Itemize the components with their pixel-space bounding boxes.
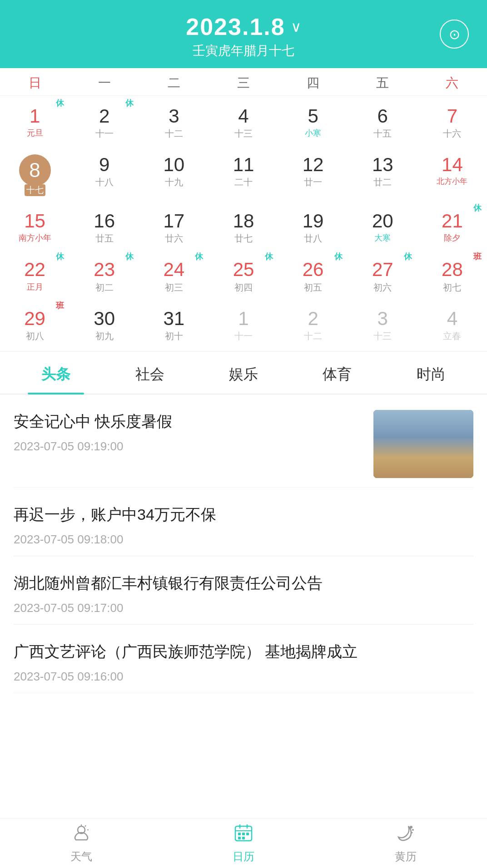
tab-shishang[interactable]: 时尚 bbox=[384, 352, 478, 394]
cal-day-14[interactable]: 14 北方小年 bbox=[417, 144, 487, 201]
day-lunar: 廿八 bbox=[304, 232, 322, 245]
day-number: 10 bbox=[163, 154, 184, 175]
cal-day-next-4[interactable]: 4 立春 bbox=[417, 298, 487, 347]
day-lunar: 廿五 bbox=[95, 232, 114, 245]
day-number: 20 bbox=[372, 211, 393, 232]
svg-point-3 bbox=[403, 431, 416, 448]
svg-point-5 bbox=[440, 430, 452, 446]
today-button[interactable]: ⊙ bbox=[440, 20, 469, 49]
day-number: 8 bbox=[19, 154, 51, 186]
tab-shehui[interactable]: 社会 bbox=[103, 352, 196, 394]
cal-day-8-today[interactable]: 8 十七 bbox=[0, 144, 70, 201]
holiday-badge: 休 bbox=[125, 98, 134, 108]
day-number: 12 bbox=[303, 154, 324, 175]
svg-point-23 bbox=[412, 832, 413, 833]
news-item-2[interactable]: 再迟一步，账户中34万元不保 2023-07-05 09:18:00 bbox=[14, 488, 473, 556]
cal-day-29[interactable]: 班 29 初八 bbox=[0, 298, 70, 347]
cal-day-16[interactable]: 16 廿五 bbox=[70, 201, 139, 249]
cal-day-15[interactable]: 15 南方小年 bbox=[0, 201, 70, 249]
day-lunar: 大寒 bbox=[374, 232, 391, 243]
svg-point-2 bbox=[385, 434, 398, 450]
cal-day-9[interactable]: 9 十八 bbox=[70, 144, 139, 201]
cal-day-4[interactable]: 4 十三 bbox=[209, 96, 278, 144]
cal-day-27[interactable]: 休 27 初六 bbox=[348, 249, 417, 298]
cal-day-31[interactable]: 31 初十 bbox=[139, 298, 209, 347]
holiday-badge: 休 bbox=[56, 98, 64, 108]
news-tabs: 头条 社会 娱乐 体育 时尚 bbox=[0, 352, 487, 395]
cal-day-30[interactable]: 30 初九 bbox=[70, 298, 139, 347]
cal-day-19[interactable]: 19 廿八 bbox=[278, 201, 348, 249]
nav-almanac-label: 黄历 bbox=[395, 849, 417, 864]
cal-day-5[interactable]: 5 小寒 bbox=[278, 96, 348, 144]
day-number: 24 bbox=[163, 259, 184, 280]
tab-toutiao[interactable]: 头条 bbox=[9, 352, 103, 394]
cal-day-1[interactable]: 休 1 元旦 bbox=[0, 96, 70, 144]
cal-day-25[interactable]: 休 25 初四 bbox=[209, 249, 278, 298]
cal-day-24[interactable]: 休 24 初三 bbox=[139, 249, 209, 298]
day-lunar: 廿一 bbox=[304, 176, 322, 188]
svg-rect-1 bbox=[373, 446, 473, 478]
cal-day-2[interactable]: 休 2 十一 bbox=[70, 96, 139, 144]
cal-day-21[interactable]: 休 21 除夕 bbox=[417, 201, 487, 249]
day-lunar: 十六 bbox=[443, 128, 461, 140]
nav-weather[interactable]: 天气 bbox=[0, 823, 162, 864]
day-lunar: 廿二 bbox=[373, 176, 392, 188]
tab-tiyu[interactable]: 体育 bbox=[290, 352, 384, 394]
svg-rect-20 bbox=[242, 837, 245, 839]
work-badge: 班 bbox=[473, 251, 482, 262]
tab-yule[interactable]: 娱乐 bbox=[197, 352, 290, 394]
day-number: 7 bbox=[447, 106, 457, 127]
cal-day-3[interactable]: 3 十二 bbox=[139, 96, 209, 144]
cal-day-26[interactable]: 休 26 初五 bbox=[278, 249, 348, 298]
cal-day-22[interactable]: 休 22 正月 bbox=[0, 249, 70, 298]
nav-almanac[interactable]: 黄历 bbox=[325, 823, 487, 864]
svg-point-22 bbox=[412, 829, 414, 831]
cal-day-next-3[interactable]: 3 十三 bbox=[348, 298, 417, 347]
weather-icon bbox=[71, 823, 91, 847]
svg-point-4 bbox=[422, 433, 434, 449]
day-lunar: 初七 bbox=[443, 281, 461, 294]
nav-calendar[interactable]: 日历 bbox=[162, 823, 324, 864]
cal-day-11[interactable]: 11 二十 bbox=[209, 144, 278, 201]
cal-day-18[interactable]: 18 廿七 bbox=[209, 201, 278, 249]
nav-calendar-label: 日历 bbox=[233, 849, 254, 864]
moon-icon bbox=[396, 823, 416, 847]
chevron-down-icon[interactable]: ∨ bbox=[291, 18, 301, 35]
day-number: 4 bbox=[238, 106, 248, 127]
weekday-sun: 日 bbox=[0, 74, 70, 92]
cal-day-28[interactable]: 班 28 初七 bbox=[417, 249, 487, 298]
day-lunar: 除夕 bbox=[444, 232, 460, 243]
day-lunar: 南方小年 bbox=[19, 232, 51, 243]
header-date: 2023.1.8 bbox=[186, 13, 285, 40]
cal-day-7[interactable]: 7 十六 bbox=[417, 96, 487, 144]
cal-day-17[interactable]: 17 廿六 bbox=[139, 201, 209, 249]
news-title-4: 广西文艺评论（广西民族师范学院） 基地揭牌成立 bbox=[14, 640, 473, 663]
cal-day-12[interactable]: 12 廿一 bbox=[278, 144, 348, 201]
cal-day-next-2[interactable]: 2 十二 bbox=[278, 298, 348, 347]
header: 2023.1.8 ∨ 壬寅虎年腊月十七 ⊙ bbox=[0, 0, 487, 68]
day-number: 25 bbox=[233, 259, 254, 280]
day-number: 26 bbox=[303, 259, 324, 280]
day-number: 23 bbox=[94, 259, 115, 280]
cal-day-10[interactable]: 10 十九 bbox=[139, 144, 209, 201]
cal-day-next-1[interactable]: 1 十一 bbox=[209, 298, 278, 347]
cal-day-20[interactable]: 20 大寒 bbox=[348, 201, 417, 249]
news-list: 安全记心中 快乐度暑假 2023-07-05 09:19:00 bbox=[0, 395, 487, 748]
day-number: 31 bbox=[163, 308, 184, 329]
weekday-sat: 六 bbox=[417, 74, 487, 92]
day-number: 6 bbox=[378, 106, 388, 127]
day-number: 15 bbox=[24, 211, 45, 232]
news-item-1[interactable]: 安全记心中 快乐度暑假 2023-07-05 09:19:00 bbox=[14, 395, 473, 488]
day-lunar: 二十 bbox=[234, 176, 253, 188]
cal-day-23[interactable]: 休 23 初二 bbox=[70, 249, 139, 298]
weekday-thu: 四 bbox=[278, 74, 348, 92]
news-time-2: 2023-07-05 09:18:00 bbox=[14, 533, 473, 547]
today-icon: ⊙ bbox=[449, 26, 460, 42]
cal-day-6[interactable]: 6 十五 bbox=[348, 96, 417, 144]
holiday-badge: 休 bbox=[334, 251, 343, 262]
day-lunar: 元旦 bbox=[27, 128, 43, 138]
news-item-3[interactable]: 湖北随州曾都汇丰村镇银行有限责任公司公告 2023-07-05 09:17:00 bbox=[14, 556, 473, 625]
news-item-4[interactable]: 广西文艺评论（广西民族师范学院） 基地揭牌成立 2023-07-05 09:16… bbox=[14, 625, 473, 693]
day-number: 13 bbox=[372, 154, 393, 175]
cal-day-13[interactable]: 13 廿二 bbox=[348, 144, 417, 201]
